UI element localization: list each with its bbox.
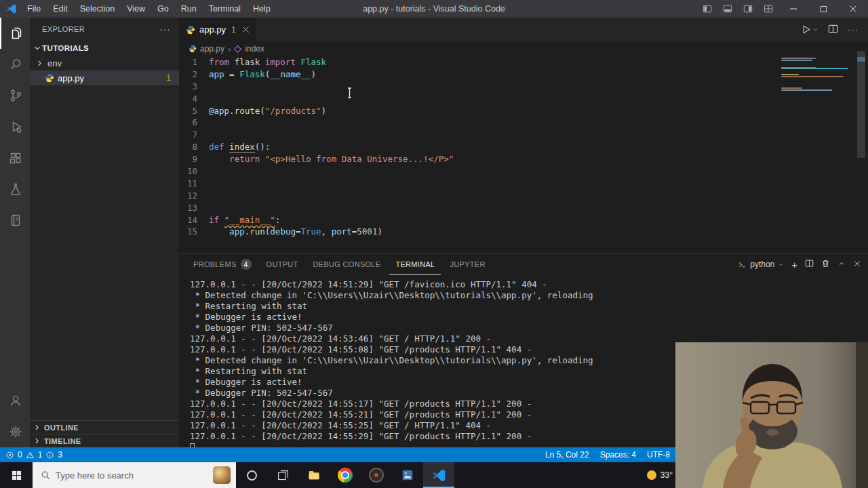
code-line-8[interactable]: 8def index(): — [179, 141, 868, 153]
settings-button[interactable] — [0, 416, 30, 447]
search-icon — [8, 57, 23, 72]
code-line-10[interactable]: 10 — [179, 165, 868, 178]
toggle-panel-icon[interactable] — [717, 0, 738, 18]
activity-run-debug[interactable] — [0, 111, 30, 142]
section-timeline[interactable]: TIMELINE — [30, 434, 179, 447]
code-line-14[interactable]: 14if "__main__": — [179, 214, 868, 226]
search-icon — [41, 470, 50, 480]
code-line-13[interactable]: 13 — [179, 202, 868, 214]
extensions-icon — [8, 150, 23, 165]
menu-terminal[interactable]: Terminal — [203, 4, 247, 14]
taskbar-search[interactable]: Type here to search — [33, 462, 236, 488]
split-terminal-icon[interactable] — [805, 259, 814, 270]
media-app-icon — [369, 468, 384, 483]
activity-search[interactable] — [0, 49, 30, 80]
tab-terminal[interactable]: TERMINAL — [389, 254, 441, 274]
section-outline[interactable]: OUTLINE — [30, 420, 179, 434]
minimize-button[interactable] — [778, 0, 808, 18]
customize-layout-icon[interactable] — [758, 0, 778, 18]
split-editor-icon[interactable] — [828, 24, 838, 36]
tree-item-env[interactable]: env — [30, 56, 179, 70]
close-window-button[interactable] — [838, 0, 868, 18]
menu-run[interactable]: Run — [175, 4, 203, 14]
workspace-folder-tutorials[interactable]: TUTORIALS — [30, 41, 179, 56]
search-highlight-image[interactable] — [213, 466, 231, 484]
explorer-title: EXPLORER — [42, 25, 85, 33]
mouse-cursor — [347, 87, 353, 98]
code-line-11[interactable]: 11 — [179, 178, 868, 190]
tab-debug-console[interactable]: DEBUG CONSOLE — [307, 254, 387, 274]
encoding[interactable]: UTF-8 — [647, 450, 670, 460]
line-number: 6 — [179, 117, 209, 129]
tree-item-app-py[interactable]: app.py 1 — [30, 70, 179, 85]
code-line-15[interactable]: 15 app.run(debug=True, port=5001) — [179, 226, 868, 238]
code-line-2[interactable]: 2app = Flask(__name__) — [179, 68, 868, 81]
code-lines: 1from flask import Flask2app = Flask(__n… — [179, 56, 868, 238]
menu-edit[interactable]: Edit — [47, 4, 74, 14]
close-panel-icon[interactable] — [853, 260, 861, 270]
photos-app-button[interactable] — [392, 462, 423, 488]
code-line-9[interactable]: 9 return "<p>Hello from Data Universe...… — [179, 153, 868, 165]
kill-terminal-icon[interactable] — [821, 259, 830, 270]
more-actions-icon[interactable]: ··· — [848, 24, 859, 35]
maximize-button[interactable] — [808, 0, 838, 18]
code-line-1[interactable]: 1from flask import Flask — [179, 56, 868, 68]
code-line-3[interactable]: 3 — [179, 81, 868, 93]
menu-selection[interactable]: Selection — [74, 4, 121, 14]
chevron-right-icon — [33, 436, 41, 445]
cursor-position[interactable]: Ln 5, Col 22 — [545, 450, 589, 460]
tab-jupyter[interactable]: JUPYTER — [443, 254, 491, 274]
editor-actions: ··· — [801, 18, 868, 41]
tab-label: app.py — [199, 24, 226, 35]
cortana-button[interactable] — [236, 462, 267, 488]
minimap[interactable] — [781, 58, 848, 132]
toggle-sidebar-icon[interactable] — [697, 0, 717, 18]
vscode-taskbar-button[interactable] — [423, 462, 454, 488]
code-line-4[interactable]: 4 — [179, 93, 868, 105]
breadcrumb-symbol[interactable]: index — [245, 44, 264, 54]
task-view-button[interactable] — [267, 462, 298, 488]
activity-extensions[interactable] — [0, 142, 30, 174]
python-file-icon — [189, 45, 197, 53]
menu-file[interactable]: File — [21, 4, 47, 14]
title-bar: FileEditSelectionViewGoRunTerminalHelp a… — [0, 0, 868, 18]
webcam-overlay — [675, 342, 868, 488]
code-line-6[interactable]: 6 — [179, 117, 868, 129]
breadcrumb-file[interactable]: app.py — [200, 44, 224, 54]
editor-scrollbar[interactable] — [857, 51, 865, 158]
toggle-secondary-sidebar-icon[interactable] — [738, 0, 758, 18]
problems-status[interactable]: 0 1 3 — [0, 450, 62, 460]
maximize-panel-icon[interactable] — [837, 260, 846, 270]
code-line-12[interactable]: 12 — [179, 190, 868, 202]
start-button[interactable] — [0, 462, 33, 488]
terminal-shell-selector[interactable]: python — [738, 260, 784, 269]
activity-testing[interactable] — [0, 174, 30, 205]
menu-go[interactable]: Go — [151, 4, 175, 14]
activity-explorer[interactable] — [0, 18, 30, 49]
tab-problems[interactable]: PROBLEMS 4 — [187, 254, 258, 274]
close-tab-icon[interactable] — [242, 26, 250, 33]
activity-notebooks[interactable] — [0, 205, 30, 236]
code-editor[interactable]: 1from flask import Flask2app = Flask(__n… — [179, 56, 868, 253]
sidebar-explorer: EXPLORER ··· TUTORIALS env app.py 1 OUTL… — [30, 18, 179, 447]
menu-view[interactable]: View — [121, 4, 151, 14]
error-icon — [5, 451, 14, 460]
code-line-7[interactable]: 7 — [179, 129, 868, 141]
run-python-file-button[interactable] — [801, 24, 818, 35]
media-app-button[interactable] — [361, 462, 392, 488]
line-number: 2 — [179, 68, 209, 81]
menu-help[interactable]: Help — [247, 4, 277, 14]
account-icon — [8, 393, 23, 408]
chrome-button[interactable] — [330, 462, 361, 488]
account-button[interactable] — [0, 385, 30, 416]
tab-output[interactable]: OUTPUT — [260, 254, 304, 274]
new-terminal-icon[interactable]: + — [791, 260, 797, 270]
file-explorer-button[interactable] — [298, 462, 330, 488]
code-line-5[interactable]: 5@app.route("/products") — [179, 105, 868, 117]
line-number: 8 — [179, 141, 209, 153]
tab-app-py[interactable]: app.py 1 — [179, 18, 256, 41]
indentation[interactable]: Spaces: 4 — [600, 450, 636, 460]
activity-source-control[interactable] — [0, 80, 30, 111]
explorer-actions-icon[interactable]: ··· — [159, 24, 171, 35]
weather-widget[interactable]: 33° — [647, 462, 673, 488]
